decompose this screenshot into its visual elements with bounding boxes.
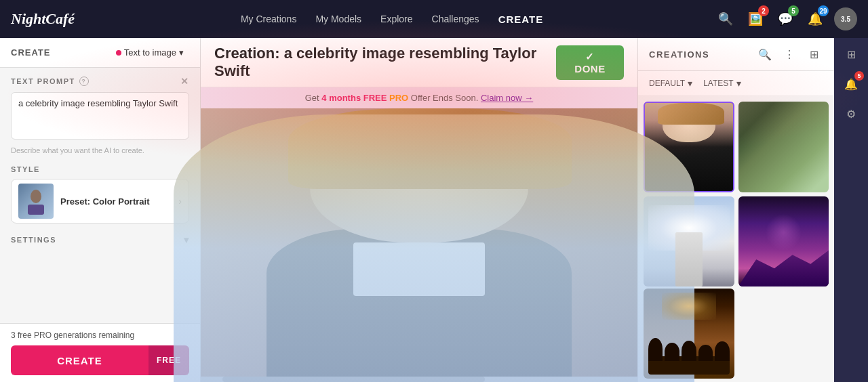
gi-2-image	[738, 102, 829, 192]
far-right-notifications-icon[interactable]: 🔔 5	[840, 73, 862, 95]
gi-4-image	[738, 196, 829, 287]
style-name-label: Preset: Color Portrait	[60, 196, 172, 207]
create-button[interactable]: CREATE FREE	[11, 345, 189, 375]
image-badge: 2	[758, 5, 769, 16]
gi-5-person-3	[682, 341, 696, 361]
gi-2-flowers	[738, 102, 829, 172]
gi-5-person-5	[715, 341, 730, 360]
style-section: STYLE Preset: Color Portrait ›	[11, 165, 189, 224]
svg-point-0	[31, 190, 41, 203]
gi-5-people	[648, 338, 730, 360]
creations-grid	[638, 96, 834, 382]
gi-3-stairs	[675, 232, 703, 286]
gi-5-person-4	[698, 345, 713, 360]
grid-item-4[interactable]	[738, 196, 829, 287]
far-right-layout-icon[interactable]: ⊞	[840, 43, 862, 65]
chat-badge: 5	[788, 5, 799, 16]
grid-item-2[interactable]	[738, 102, 829, 192]
far-right-badge: 5	[854, 71, 864, 81]
style-thumbnail	[18, 184, 54, 219]
portrait-svg	[26, 188, 46, 215]
style-thumb-image	[18, 184, 54, 219]
gi-5-chandelier	[662, 293, 716, 320]
gi-5-person-1	[648, 338, 663, 360]
gi-5-image	[644, 289, 734, 379]
free-gens-text: 3 free PRO generations remaining	[11, 331, 189, 340]
sidebar-bottom: 3 free PRO generations remaining CREATE …	[0, 323, 200, 382]
svg-rect-1	[28, 205, 44, 215]
gi-5-person-2	[665, 343, 679, 361]
gi-3-image	[644, 196, 734, 287]
main-layout: CREATE Text to image ▾ TEXT PROMPT ? ✕ a…	[0, 38, 868, 382]
far-right-settings-icon[interactable]: ⚙	[840, 103, 862, 125]
style-card[interactable]: Preset: Color Portrait ›	[11, 179, 189, 224]
settings-label: SETTINGS ▾	[11, 234, 189, 245]
right-sidebar: CREATIONS 🔍 ⋮ ⊞ DEFAULT ▾ LATEST ▾	[637, 38, 834, 382]
grid-item-5[interactable]	[644, 289, 734, 379]
grid-item-3[interactable]	[644, 196, 734, 287]
create-button-main[interactable]: CREATE	[11, 345, 149, 375]
gi-4-glow	[766, 214, 802, 250]
settings-section: SETTINGS ▾	[11, 234, 189, 245]
bell-badge: 29	[818, 5, 829, 16]
